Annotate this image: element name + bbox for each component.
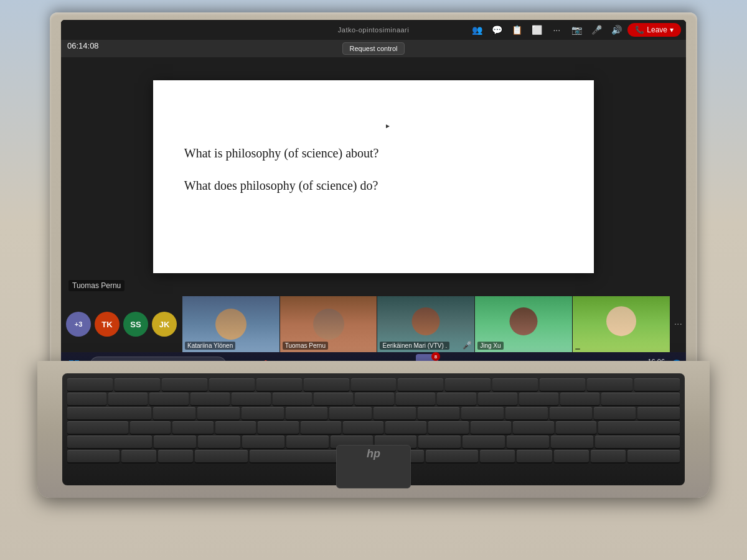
key-f[interactable] xyxy=(258,421,298,434)
key-i[interactable] xyxy=(461,407,504,419)
mic-icon-btn[interactable]: 🎤 xyxy=(588,21,605,39)
key-l[interactable] xyxy=(471,421,511,434)
key-f11[interactable] xyxy=(587,378,632,391)
key-comma[interactable] xyxy=(463,436,505,448)
key-2[interactable] xyxy=(149,393,189,405)
key-9[interactable] xyxy=(437,393,476,405)
key-f9[interactable] xyxy=(492,378,538,391)
key-fn[interactable] xyxy=(121,450,156,462)
participant-video-1[interactable]: Katariina Ylönen xyxy=(182,296,280,352)
avatar-SS[interactable]: SS xyxy=(123,312,148,337)
avatar-JK[interactable]: JK xyxy=(152,312,177,337)
participant-name-4: Jing Xu xyxy=(477,342,503,350)
key-ralt[interactable] xyxy=(426,450,478,462)
participant-video-3[interactable]: Eerikäinen Mari (VTV) . 🎤 xyxy=(377,296,474,352)
key-t[interactable] xyxy=(329,407,372,419)
participant-video-2[interactable]: Tuomas Pernu xyxy=(280,296,377,352)
key-f3[interactable] xyxy=(209,378,255,391)
fullscreen-icon-btn[interactable]: ⬜ xyxy=(528,21,545,39)
key-f10[interactable] xyxy=(540,378,585,391)
avatar-plus3[interactable]: +3 xyxy=(66,312,91,337)
key-up[interactable] xyxy=(480,450,515,462)
key-rbracket[interactable] xyxy=(637,407,680,419)
teams-titlebar: Jatko-opintosiminaari 👥 💬 📋 ⬜ ··· 📷 🎤 🔊 … xyxy=(61,20,686,40)
key-m[interactable] xyxy=(418,436,461,448)
key-r[interactable] xyxy=(286,407,328,419)
key-s[interactable] xyxy=(172,421,213,434)
key-f12[interactable] xyxy=(634,378,680,391)
key-enter[interactable] xyxy=(598,421,680,434)
key-1[interactable] xyxy=(108,393,148,405)
key-equals[interactable] xyxy=(560,393,599,405)
participant-video-5[interactable] xyxy=(573,296,670,352)
more-icon-btn[interactable]: ··· xyxy=(548,21,565,39)
participant-name-2: Tuomas Pernu xyxy=(283,342,328,350)
key-f8[interactable] xyxy=(445,378,491,391)
key-z[interactable] xyxy=(154,436,196,448)
chevron-down-icon: ▾ xyxy=(670,26,674,34)
key-o[interactable] xyxy=(505,407,548,419)
share-icon-btn[interactable]: 📋 xyxy=(508,21,525,39)
key-g[interactable] xyxy=(301,421,341,434)
key-left[interactable] xyxy=(554,450,589,462)
key-d[interactable] xyxy=(215,421,256,434)
participant-name-3: Eerikäinen Mari (VTV) . xyxy=(380,342,449,350)
key-u[interactable] xyxy=(418,407,460,419)
key-backtick[interactable] xyxy=(67,393,106,405)
more-participants-icon[interactable]: ··· xyxy=(670,296,686,352)
key-y[interactable] xyxy=(374,407,416,419)
speaker-icon-btn[interactable]: 🔊 xyxy=(608,21,625,39)
key-right[interactable] xyxy=(591,450,626,462)
key-p[interactable] xyxy=(550,407,592,419)
key-down[interactable] xyxy=(517,450,552,462)
key-f7[interactable] xyxy=(398,378,443,391)
main-area: What is philosophy (of science) about? W… xyxy=(61,57,686,352)
key-tab[interactable] xyxy=(67,407,151,419)
key-f5[interactable] xyxy=(304,378,349,391)
key-lbracket[interactable] xyxy=(594,407,636,419)
key-x[interactable] xyxy=(198,436,240,448)
key-slash[interactable] xyxy=(551,436,593,448)
key-f6[interactable] xyxy=(351,378,397,391)
key-lwin[interactable] xyxy=(158,450,193,462)
key-quote[interactable] xyxy=(556,421,596,434)
avatar-TK[interactable]: TK xyxy=(95,312,120,337)
key-c[interactable] xyxy=(242,436,284,448)
key-a[interactable] xyxy=(130,421,171,434)
key-backspace[interactable] xyxy=(601,393,680,405)
key-lalt[interactable] xyxy=(195,450,247,462)
camera-icon-btn[interactable]: 📷 xyxy=(568,21,585,39)
chat-icon-btn[interactable]: 💬 xyxy=(488,21,505,39)
key-8[interactable] xyxy=(396,393,435,405)
key-period[interactable] xyxy=(507,436,549,448)
key-h[interactable] xyxy=(343,421,383,434)
key-3[interactable] xyxy=(190,393,230,405)
key-q[interactable] xyxy=(153,407,195,419)
key-7[interactable] xyxy=(355,393,394,405)
participant-video-4[interactable]: Jing Xu xyxy=(475,296,572,352)
key-f1[interactable] xyxy=(115,378,160,391)
participants-icon-btn[interactable]: 👥 xyxy=(468,21,486,39)
key-capslock[interactable] xyxy=(67,421,128,434)
key-5[interactable] xyxy=(273,393,312,405)
key-e[interactable] xyxy=(242,407,284,419)
photo-container: Jatko-opintosiminaari 👥 💬 📋 ⬜ ··· 📷 🎤 🔊 … xyxy=(0,0,747,560)
key-esc[interactable] xyxy=(67,378,113,391)
key-semicolon[interactable] xyxy=(513,421,553,434)
key-v[interactable] xyxy=(286,436,329,448)
key-minus[interactable] xyxy=(519,393,558,405)
leave-button[interactable]: 📞 Leave ▾ xyxy=(627,23,681,37)
key-rctrl[interactable] xyxy=(627,450,680,462)
key-rshift[interactable] xyxy=(595,436,680,448)
key-f4[interactable] xyxy=(256,378,302,391)
key-w[interactable] xyxy=(197,407,240,419)
key-6[interactable] xyxy=(314,393,353,405)
key-k[interactable] xyxy=(428,421,469,434)
request-control-button[interactable]: Request control xyxy=(342,42,404,55)
key-lctrl[interactable] xyxy=(67,450,120,462)
key-4[interactable] xyxy=(232,393,271,405)
key-f2[interactable] xyxy=(162,378,207,391)
key-j[interactable] xyxy=(385,421,426,434)
key-0[interactable] xyxy=(478,393,517,405)
key-lshift[interactable] xyxy=(67,436,152,448)
